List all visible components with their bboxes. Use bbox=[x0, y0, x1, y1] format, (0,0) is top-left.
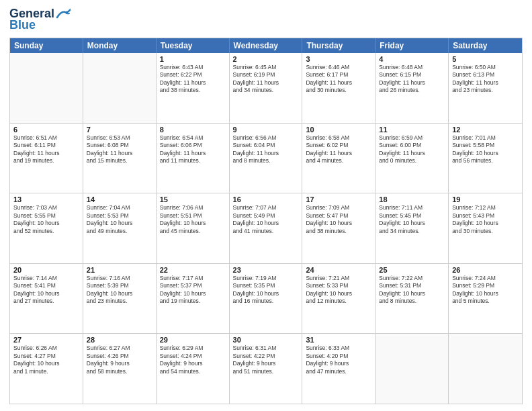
cell-info-line: Sunrise: 7:12 AM bbox=[452, 204, 519, 212]
calendar-cell: 6Sunrise: 6:51 AMSunset: 6:11 PMDaylight… bbox=[10, 124, 83, 193]
cell-info-line: Sunset: 6:17 PM bbox=[306, 71, 371, 79]
cell-info-line: Sunset: 5:37 PM bbox=[160, 282, 226, 289]
calendar-cell: 12Sunrise: 7:01 AMSunset: 5:58 PMDayligh… bbox=[449, 124, 522, 193]
calendar-body: 1Sunrise: 6:43 AMSunset: 6:22 PMDaylight… bbox=[10, 53, 522, 404]
cell-info-line: Daylight: 11 hours bbox=[160, 150, 226, 157]
cell-info-line: Sunset: 6:04 PM bbox=[233, 142, 299, 149]
cell-info-line: and 30 minutes. bbox=[306, 87, 371, 94]
calendar-cell: 7Sunrise: 6:53 AMSunset: 6:08 PMDaylight… bbox=[83, 124, 157, 193]
day-number: 25 bbox=[379, 266, 445, 274]
logo-bird-icon bbox=[56, 8, 71, 19]
cell-info-line: Daylight: 11 hours bbox=[233, 79, 299, 87]
cell-info-line: Sunset: 5:39 PM bbox=[87, 282, 152, 289]
cell-info-line: Sunset: 4:24 PM bbox=[160, 353, 226, 360]
day-number: 11 bbox=[379, 126, 445, 134]
day-number: 10 bbox=[306, 126, 371, 134]
calendar-row-5: 27Sunrise: 6:26 AMSunset: 4:27 PMDayligh… bbox=[10, 334, 522, 404]
calendar-cell: 5Sunrise: 6:50 AMSunset: 6:13 PMDaylight… bbox=[449, 53, 522, 123]
cell-info-line: and 49 minutes. bbox=[87, 228, 152, 235]
cell-info-line: Sunset: 6:19 PM bbox=[233, 71, 299, 79]
cell-info-line: Daylight: 10 hours bbox=[306, 220, 371, 227]
cell-info-line: Daylight: 9 hours bbox=[87, 360, 152, 367]
calendar-cell: 11Sunrise: 6:59 AMSunset: 6:00 PMDayligh… bbox=[375, 124, 449, 193]
cell-info-line: Daylight: 10 hours bbox=[160, 220, 226, 227]
cell-info-line: Sunset: 4:27 PM bbox=[13, 353, 79, 360]
cell-info-line: Sunrise: 6:27 AM bbox=[87, 345, 152, 352]
cell-info-line: Sunset: 4:20 PM bbox=[306, 353, 371, 360]
cell-info-line: Daylight: 10 hours bbox=[87, 220, 152, 227]
cell-info-line: Sunset: 6:15 PM bbox=[379, 71, 445, 79]
cell-info-line: Daylight: 11 hours bbox=[160, 79, 226, 87]
cell-info-line: and 19 minutes. bbox=[13, 157, 79, 165]
day-of-week-friday: Friday bbox=[375, 38, 449, 53]
day-number: 22 bbox=[160, 266, 226, 274]
cell-info-line: Sunset: 6:11 PM bbox=[13, 142, 79, 149]
cell-info-line: Daylight: 11 hours bbox=[306, 150, 371, 157]
calendar-row-1: 1Sunrise: 6:43 AMSunset: 6:22 PMDaylight… bbox=[10, 53, 522, 124]
cell-info-line: and 12 minutes. bbox=[306, 298, 371, 305]
logo-blue-text: Blue bbox=[9, 18, 36, 32]
calendar-cell: 25Sunrise: 7:22 AMSunset: 5:31 PMDayligh… bbox=[375, 264, 449, 334]
header: General Blue bbox=[9, 7, 523, 32]
cell-info-line: Sunset: 5:53 PM bbox=[87, 212, 152, 220]
cell-info-line: and 34 minutes. bbox=[233, 87, 299, 94]
cell-info-line: and 1 minute. bbox=[13, 368, 79, 375]
calendar-cell: 8Sunrise: 6:54 AMSunset: 6:06 PMDaylight… bbox=[157, 124, 230, 193]
cell-info-line: Sunrise: 7:01 AM bbox=[452, 134, 519, 142]
cell-info-line: Sunrise: 6:50 AM bbox=[452, 64, 519, 71]
cell-info-line: Daylight: 10 hours bbox=[233, 290, 299, 298]
cell-info-line: Sunrise: 6:53 AM bbox=[87, 134, 152, 142]
cell-info-line: Sunrise: 6:59 AM bbox=[379, 134, 445, 142]
calendar-row-2: 6Sunrise: 6:51 AMSunset: 6:11 PMDaylight… bbox=[10, 124, 522, 194]
cell-info-line: Sunrise: 6:48 AM bbox=[379, 64, 445, 71]
calendar-cell bbox=[10, 53, 83, 123]
cell-info-line: Daylight: 10 hours bbox=[87, 290, 152, 298]
cell-info-line: Sunset: 5:55 PM bbox=[13, 212, 79, 220]
day-number: 27 bbox=[13, 336, 79, 344]
day-of-week-tuesday: Tuesday bbox=[157, 38, 230, 53]
cell-info-line: Sunrise: 6:43 AM bbox=[160, 64, 226, 71]
calendar-cell: 1Sunrise: 6:43 AMSunset: 6:22 PMDaylight… bbox=[157, 53, 230, 123]
cell-info-line: Daylight: 11 hours bbox=[452, 79, 519, 87]
cell-info-line: and 5 minutes. bbox=[452, 298, 519, 305]
cell-info-line: Sunset: 5:31 PM bbox=[379, 282, 445, 289]
cell-info-line: Daylight: 11 hours bbox=[306, 79, 371, 87]
calendar-cell: 9Sunrise: 6:56 AMSunset: 6:04 PMDaylight… bbox=[230, 124, 303, 193]
cell-info-line: Sunrise: 7:07 AM bbox=[233, 204, 299, 212]
day-number: 4 bbox=[379, 55, 445, 63]
day-number: 15 bbox=[160, 195, 226, 203]
day-number: 30 bbox=[233, 336, 299, 344]
day-number: 5 bbox=[452, 55, 519, 63]
cell-info-line: Sunset: 4:26 PM bbox=[87, 353, 152, 360]
cell-info-line: Sunset: 5:41 PM bbox=[13, 282, 79, 289]
cell-info-line: and 26 minutes. bbox=[379, 87, 445, 94]
cell-info-line: Sunset: 5:33 PM bbox=[306, 282, 371, 289]
cell-info-line: Sunset: 4:22 PM bbox=[233, 353, 299, 360]
cell-info-line: Daylight: 10 hours bbox=[452, 290, 519, 298]
logo: General Blue bbox=[9, 7, 71, 32]
cell-info-line: and 16 minutes. bbox=[233, 298, 299, 305]
cell-info-line: Daylight: 9 hours bbox=[233, 360, 299, 367]
calendar-cell: 15Sunrise: 7:06 AMSunset: 5:51 PMDayligh… bbox=[157, 193, 230, 263]
cell-info-line: Sunset: 5:35 PM bbox=[233, 282, 299, 289]
cell-info-line: and 58 minutes. bbox=[87, 368, 152, 375]
calendar-row-4: 20Sunrise: 7:14 AMSunset: 5:41 PMDayligh… bbox=[10, 264, 522, 334]
calendar-header: SundayMondayTuesdayWednesdayThursdayFrid… bbox=[10, 38, 522, 53]
cell-info-line: Daylight: 10 hours bbox=[379, 290, 445, 298]
cell-info-line: Daylight: 11 hours bbox=[87, 150, 152, 157]
cell-info-line: and 8 minutes. bbox=[379, 298, 445, 305]
cell-info-line: Sunset: 6:22 PM bbox=[160, 71, 226, 79]
calendar-cell: 19Sunrise: 7:12 AMSunset: 5:43 PMDayligh… bbox=[449, 193, 522, 263]
cell-info-line: and 54 minutes. bbox=[160, 368, 226, 375]
cell-info-line: and 34 minutes. bbox=[379, 228, 445, 235]
day-number: 1 bbox=[160, 55, 226, 63]
calendar-cell: 2Sunrise: 6:45 AMSunset: 6:19 PMDaylight… bbox=[230, 53, 303, 123]
calendar-cell: 24Sunrise: 7:21 AMSunset: 5:33 PMDayligh… bbox=[302, 264, 375, 334]
day-number: 12 bbox=[452, 126, 519, 134]
cell-info-line: and 47 minutes. bbox=[306, 368, 371, 375]
day-number: 23 bbox=[233, 266, 299, 274]
cell-info-line: Daylight: 10 hours bbox=[160, 290, 226, 298]
cell-info-line: Daylight: 10 hours bbox=[452, 220, 519, 227]
calendar-cell bbox=[375, 334, 449, 404]
calendar-row-3: 13Sunrise: 7:03 AMSunset: 5:55 PMDayligh… bbox=[10, 193, 522, 264]
